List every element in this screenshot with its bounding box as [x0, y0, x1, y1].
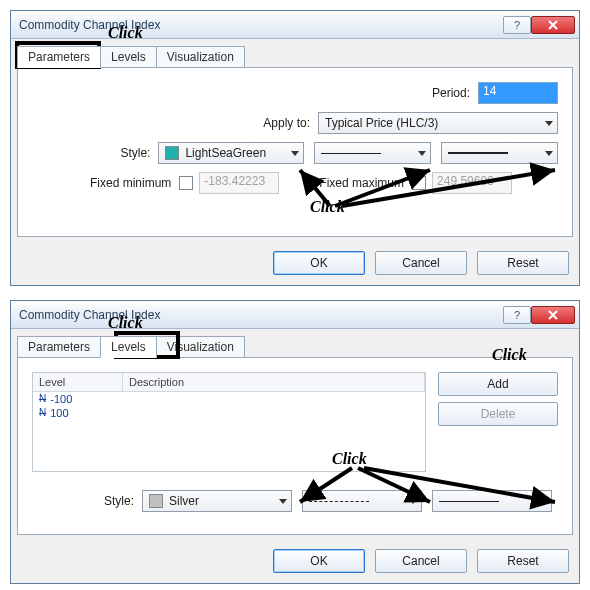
reset-button[interactable]: Reset: [477, 549, 569, 573]
tab-levels[interactable]: Levels: [100, 336, 157, 358]
dialog-levels: Commodity Channel Index ? Parameters Lev…: [10, 300, 580, 584]
help-button[interactable]: ?: [503, 16, 531, 34]
close-button[interactable]: [531, 16, 575, 34]
table-header: Level Description: [33, 373, 425, 392]
fixed-min-label: Fixed minimum: [90, 176, 179, 190]
table-row[interactable]: N-100: [33, 392, 425, 406]
tab-levels[interactable]: Levels: [100, 46, 157, 67]
style-color-dropdown[interactable]: LightSeaGreen: [158, 142, 304, 164]
window-title: Commodity Channel Index: [19, 18, 501, 32]
line-sample-icon: [439, 501, 499, 502]
fixed-min-checkbox[interactable]: [179, 176, 193, 190]
fixed-max-checkbox[interactable]: [412, 176, 426, 190]
cancel-button[interactable]: Cancel: [375, 251, 467, 275]
level-icon: N: [39, 393, 46, 405]
tabpanel: Level Description N-100 N100 Add Delete …: [17, 357, 573, 535]
tab-parameters[interactable]: Parameters: [17, 46, 101, 68]
style-label: Style:: [32, 146, 158, 160]
color-swatch-icon: [149, 494, 163, 508]
style-color-value: Silver: [169, 494, 199, 508]
color-swatch-icon: [165, 146, 179, 160]
tab-parameters[interactable]: Parameters: [17, 336, 101, 357]
line-sample-icon: [321, 153, 381, 154]
col-level: Level: [33, 373, 123, 391]
levels-table[interactable]: Level Description N-100 N100: [32, 372, 426, 472]
apply-to-dropdown[interactable]: Typical Price (HLC/3): [318, 112, 558, 134]
close-icon: [548, 310, 558, 320]
tab-visualization[interactable]: Visualization: [156, 46, 245, 67]
level-icon: N: [39, 407, 46, 419]
col-description: Description: [123, 373, 425, 391]
apply-to-label: Apply to:: [263, 116, 318, 130]
style-line-dropdown[interactable]: [314, 142, 431, 164]
chevron-down-icon: [545, 151, 553, 156]
style-color-value: LightSeaGreen: [185, 146, 266, 160]
fixed-min-value: -183.42223: [199, 172, 279, 194]
period-input[interactable]: 14: [478, 82, 558, 104]
style-width-dropdown[interactable]: [432, 490, 552, 512]
ok-button[interactable]: OK: [273, 549, 365, 573]
add-button[interactable]: Add: [438, 372, 558, 396]
fixed-max-label: Fixed maximum: [319, 176, 412, 190]
tab-visualization[interactable]: Visualization: [156, 336, 245, 357]
close-icon: [548, 20, 558, 30]
close-button[interactable]: [531, 306, 575, 324]
style-label: Style:: [32, 494, 142, 508]
window-title: Commodity Channel Index: [19, 308, 501, 322]
line-sample-icon: [309, 501, 369, 502]
style-line-dropdown[interactable]: [302, 490, 422, 512]
chevron-down-icon: [418, 151, 426, 156]
chevron-down-icon: [545, 121, 553, 126]
fixed-max-value: 249.59606: [432, 172, 512, 194]
chevron-down-icon: [539, 499, 547, 504]
tabstrip: Parameters Levels Visualization: [11, 39, 579, 67]
chevron-down-icon: [291, 151, 299, 156]
period-label: Period:: [432, 86, 478, 100]
tabstrip: Parameters Levels Visualization: [11, 329, 579, 357]
line-sample-icon: [448, 152, 508, 154]
dialog-buttons: OK Cancel Reset: [11, 243, 579, 285]
chevron-down-icon: [279, 499, 287, 504]
level-value: 100: [50, 407, 68, 419]
chevron-down-icon: [409, 499, 417, 504]
help-button[interactable]: ?: [503, 306, 531, 324]
style-color-dropdown[interactable]: Silver: [142, 490, 292, 512]
table-row[interactable]: N100: [33, 406, 425, 420]
ok-button[interactable]: OK: [273, 251, 365, 275]
dialog-buttons: OK Cancel Reset: [11, 541, 579, 583]
dialog-parameters: Commodity Channel Index ? Parameters Lev…: [10, 10, 580, 286]
style-width-dropdown[interactable]: [441, 142, 558, 164]
apply-to-value: Typical Price (HLC/3): [325, 116, 438, 130]
tabpanel: Period: 14 Apply to: Typical Price (HLC/…: [17, 67, 573, 237]
titlebar: Commodity Channel Index ?: [11, 301, 579, 329]
cancel-button[interactable]: Cancel: [375, 549, 467, 573]
reset-button[interactable]: Reset: [477, 251, 569, 275]
level-value: -100: [50, 393, 72, 405]
titlebar: Commodity Channel Index ?: [11, 11, 579, 39]
delete-button: Delete: [438, 402, 558, 426]
